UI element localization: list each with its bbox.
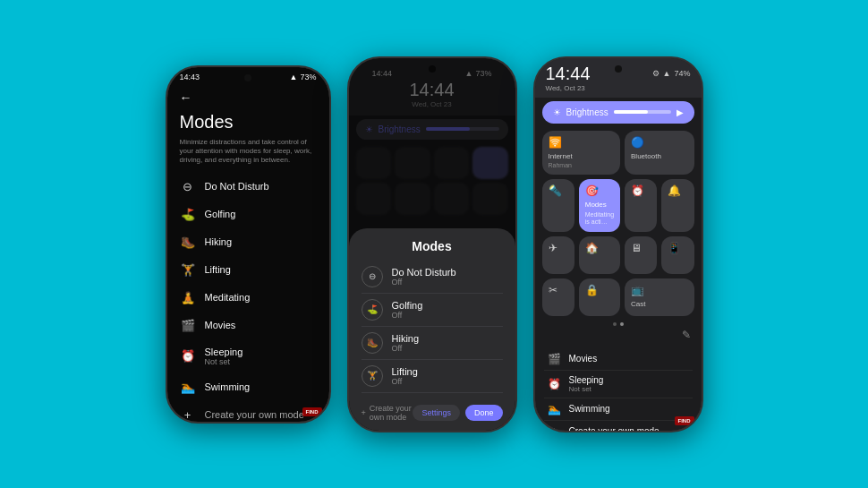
modal-hiking-name: Hiking bbox=[392, 333, 420, 344]
modal-mode-lifting[interactable]: 🏋 Lifting Off bbox=[362, 360, 503, 393]
tile-screen[interactable]: 🖥 bbox=[625, 236, 657, 274]
modal-create-btn[interactable]: + Create your own mode bbox=[362, 404, 413, 422]
qs3-sleeping-label: Sleeping bbox=[569, 375, 604, 385]
home-icon: 🏠 bbox=[585, 242, 599, 254]
golfing-icon: ⛳ bbox=[180, 208, 196, 221]
tile-home[interactable]: 🏠 bbox=[579, 236, 620, 274]
qs3-tile-grid: 🛜 Internet Rahman 🔵 Bluetooth 🔦 🎯 Modes … bbox=[535, 127, 702, 320]
modal-dnd-icon: ⊖ bbox=[362, 266, 383, 287]
modal-mode-hiking[interactable]: 🥾 Hiking Off bbox=[362, 327, 503, 360]
qs3-sleeping-sub: Not set bbox=[569, 385, 604, 393]
tile-lock[interactable]: 🔒 bbox=[579, 278, 620, 316]
mode-item-dnd[interactable]: ⊖ Do Not Disturb bbox=[167, 173, 329, 201]
qs3-mode-swimming[interactable]: 🏊 Swimming bbox=[544, 398, 693, 421]
page-title: Modes bbox=[167, 108, 329, 136]
lifting-label: Lifting bbox=[205, 264, 231, 275]
movies-icon: 🎬 bbox=[180, 319, 196, 332]
status-icons-1: ▲ 73% bbox=[290, 73, 317, 81]
qs3-brightness-bar[interactable]: ☀ Brightness ▶ bbox=[542, 101, 694, 124]
camera-dot-3 bbox=[615, 65, 622, 73]
airplane-icon: ✈ bbox=[549, 242, 557, 254]
modal-footer: + Create your own mode Settings Done bbox=[362, 400, 503, 422]
torch-icon: 🔦 bbox=[549, 184, 562, 197]
tile-extra[interactable]: 🔔 bbox=[661, 179, 694, 231]
phone-2-screen: 14:44 ▲ 73% 14:44 Wed, Oct 23 ☀ Brightne… bbox=[349, 58, 515, 431]
scissors-icon: ✂ bbox=[549, 284, 557, 296]
modal-hiking-status: Off bbox=[392, 344, 420, 353]
meditating-label: Meditating bbox=[205, 292, 251, 303]
lock-icon: 🔒 bbox=[585, 284, 599, 296]
phone-3-screen: 14:44 ⚙ ▲ 74% Wed, Oct 23 ☀ Brightness ▶… bbox=[535, 58, 702, 431]
qs3-mode-create[interactable]: + Create your own mode bbox=[544, 421, 693, 431]
mode-item-hiking[interactable]: 🥾 Hiking bbox=[167, 228, 329, 256]
cast-label: Cast bbox=[631, 300, 645, 309]
modes-page: ← Modes Minimize distractions and take c… bbox=[167, 83, 329, 422]
phone-3: 14:44 ⚙ ▲ 74% Wed, Oct 23 ☀ Brightness ▶… bbox=[533, 56, 703, 432]
mode-item-meditating[interactable]: 🧘 Meditating bbox=[167, 284, 329, 312]
create-label: Create your own mode bbox=[205, 409, 304, 420]
qs3-movies-label: Movies bbox=[569, 354, 598, 364]
hiking-icon: 🥾 bbox=[180, 235, 196, 249]
qs3-status-icons: ⚙ ▲ 74% bbox=[652, 69, 691, 78]
modal-overlay: Modes ⊖ Do Not Disturb Off ⛳ Golfing Off bbox=[349, 58, 515, 431]
tile-internet[interactable]: 🛜 Internet Rahman bbox=[542, 131, 621, 176]
swimming-icon: 🏊 bbox=[180, 381, 196, 394]
qs3-mode-sleeping[interactable]: ⏰ Sleeping Not set bbox=[544, 371, 693, 398]
modal-lifting-icon: 🏋 bbox=[362, 365, 383, 387]
internet-label: Internet bbox=[549, 152, 573, 161]
watermark-1: FIND bbox=[302, 407, 322, 416]
watermark-3: FIND bbox=[675, 416, 694, 425]
dot-2 bbox=[620, 322, 624, 326]
tile-alarm[interactable]: ⏰ bbox=[625, 179, 657, 231]
mode-item-sleeping[interactable]: ⏰ Sleeping Not set bbox=[167, 339, 329, 373]
extra-icon: 🔔 bbox=[668, 184, 681, 197]
tile-scissors[interactable]: ✂ bbox=[542, 278, 574, 316]
create-icon: + bbox=[180, 408, 196, 422]
page-dots bbox=[535, 320, 702, 329]
swimming-label: Swimming bbox=[205, 381, 251, 392]
qs3-swimming-icon: 🏊 bbox=[548, 403, 562, 415]
create-plus-icon: + bbox=[362, 408, 366, 417]
dot-1 bbox=[613, 322, 617, 326]
modal-done-button[interactable]: Done bbox=[465, 405, 503, 421]
tile-rotate[interactable]: 📱 bbox=[661, 236, 694, 274]
modes-modal: Modes ⊖ Do Not Disturb Off ⛳ Golfing Off bbox=[349, 228, 515, 431]
modal-hiking-stack: Hiking Off bbox=[392, 333, 420, 353]
tile-bluetooth[interactable]: 🔵 Bluetooth bbox=[625, 131, 694, 176]
modal-mode-dnd[interactable]: ⊖ Do Not Disturb Off bbox=[362, 261, 503, 294]
internet-sub: Rahman bbox=[549, 162, 572, 169]
qs3-swimming-label: Swimming bbox=[569, 404, 610, 414]
settings-icon-3: ⚙ bbox=[652, 69, 660, 78]
tile-airplane[interactable]: ✈ bbox=[542, 236, 574, 274]
qs3-brightness-label: Brightness bbox=[566, 107, 608, 117]
hiking-label: Hiking bbox=[205, 236, 233, 247]
battery-3: 74% bbox=[674, 69, 690, 78]
back-button[interactable]: ← bbox=[167, 83, 329, 108]
modal-dnd-status: Off bbox=[392, 278, 456, 287]
modal-title: Modes bbox=[362, 239, 503, 253]
modal-hiking-icon: 🥾 bbox=[362, 332, 383, 354]
sleeping-sub: Not set bbox=[205, 357, 243, 366]
tile-torch[interactable]: 🔦 bbox=[542, 179, 574, 231]
tile-modes[interactable]: 🎯 Modes Meditating is acti… bbox=[579, 179, 620, 231]
mode-item-golfing[interactable]: ⛳ Golfing bbox=[167, 201, 329, 228]
qs3-header: 14:44 ⚙ ▲ 74% Wed, Oct 23 bbox=[535, 58, 702, 98]
bluetooth-icon: 🔵 bbox=[631, 136, 644, 149]
modal-golfing-name: Golfing bbox=[392, 300, 423, 311]
qs3-mode-movies[interactable]: 🎬 Movies bbox=[544, 348, 693, 371]
modes-icon-3: 🎯 bbox=[585, 184, 599, 197]
internet-icon: 🛜 bbox=[549, 136, 562, 149]
meditating-icon: 🧘 bbox=[180, 291, 196, 304]
modal-mode-golfing[interactable]: ⛳ Golfing Off bbox=[362, 294, 503, 327]
tile-cast[interactable]: 📺 Cast bbox=[625, 278, 694, 316]
dnd-label: Do Not Disturb bbox=[205, 181, 269, 192]
mode-item-swimming[interactable]: 🏊 Swimming bbox=[167, 373, 329, 401]
modal-settings-button[interactable]: Settings bbox=[413, 405, 460, 421]
edit-button[interactable]: ✎ bbox=[535, 329, 702, 343]
dnd-icon: ⊖ bbox=[180, 180, 196, 193]
time-1: 14:43 bbox=[180, 73, 200, 81]
sleeping-label: Sleeping bbox=[205, 347, 243, 357]
mode-item-movies[interactable]: 🎬 Movies bbox=[167, 312, 329, 339]
phone-2: 14:44 ▲ 73% 14:44 Wed, Oct 23 ☀ Brightne… bbox=[347, 56, 517, 432]
mode-item-lifting[interactable]: 🏋 Lifting bbox=[167, 256, 329, 284]
